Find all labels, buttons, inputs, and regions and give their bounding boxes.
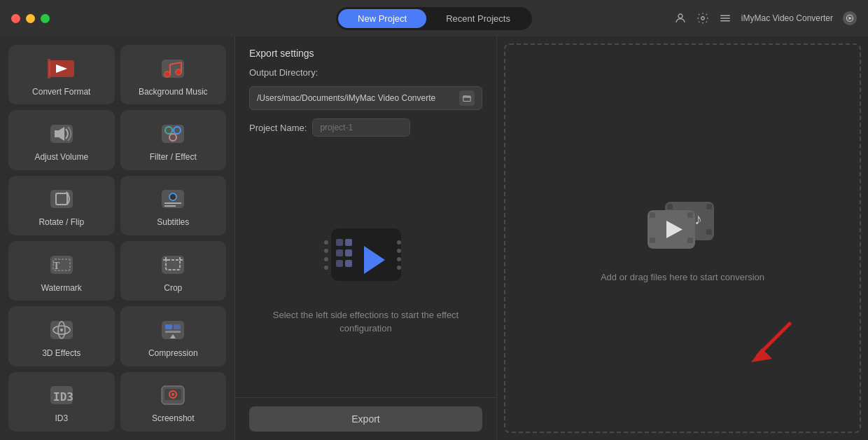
svg-point-65 — [397, 266, 401, 270]
svg-point-28 — [169, 193, 176, 200]
titlebar: New Project Recent Projects iMyMac Video… — [0, 0, 868, 36]
sidebar-item-subtitles[interactable]: Subtitles — [120, 176, 227, 235]
minimize-button[interactable] — [26, 14, 35, 23]
svg-rect-72 — [706, 204, 712, 209]
output-directory-row: Output Directory: — [249, 67, 482, 78]
svg-point-64 — [397, 257, 401, 261]
output-directory-label: Output Directory: — [249, 67, 318, 78]
svg-marker-83 — [751, 348, 772, 362]
svg-text:ID3: ID3 — [53, 390, 74, 404]
filter-effect-icon — [156, 120, 190, 148]
app-icon — [843, 11, 857, 25]
subtitles-icon — [156, 185, 190, 213]
svg-point-67 — [324, 249, 328, 253]
main-layout: Convert FormatBackground MusicAdjust Vol… — [0, 36, 868, 440]
sidebar-item-screenshot[interactable]: Screenshot — [120, 372, 227, 432]
sidebar-item-rotate-flip[interactable]: Rotate / Flip — [8, 176, 115, 235]
svg-point-1 — [701, 17, 705, 20]
output-directory-field[interactable]: /Users/mac/Documents/iMyMac Video Conver… — [249, 86, 482, 110]
3d-effects-label: 3D Effects — [42, 348, 80, 358]
svg-rect-43 — [165, 324, 172, 329]
watermark-icon: T — [45, 251, 78, 279]
effect-preview: Select the left side effections to start… — [235, 152, 496, 397]
titlebar-right: iMyMac Video Converter — [674, 11, 857, 25]
compression-icon — [156, 316, 190, 344]
sidebar-item-background-music[interactable]: Background Music — [120, 45, 227, 104]
sidebar-item-compression[interactable]: Compression — [120, 306, 227, 366]
svg-point-52 — [172, 393, 174, 396]
id3-icon: ID3 — [45, 381, 78, 409]
effect-icon-area — [321, 214, 412, 294]
svg-point-12 — [176, 69, 181, 75]
menu-icon[interactable] — [719, 12, 732, 25]
tab-new-project[interactable]: New Project — [338, 9, 426, 28]
svg-rect-78 — [650, 238, 655, 243]
subtitles-label: Subtitles — [157, 217, 189, 227]
svg-point-66 — [324, 240, 328, 245]
tab-switcher: New Project Recent Projects — [336, 7, 532, 30]
export-button[interactable]: Export — [249, 406, 482, 432]
sidebar-item-filter-effect[interactable]: Filter / Effect — [120, 110, 227, 170]
svg-rect-9 — [48, 59, 50, 78]
svg-point-69 — [324, 266, 328, 270]
screenshot-icon — [156, 381, 190, 409]
svg-rect-32 — [162, 256, 184, 274]
svg-rect-71 — [667, 204, 673, 209]
svg-point-11 — [164, 71, 170, 77]
sidebar-item-id3[interactable]: ID3ID3 — [8, 372, 115, 432]
drop-icon-area: ♪ — [644, 195, 721, 261]
project-name-label: Project Name: — [249, 123, 307, 133]
svg-point-63 — [397, 249, 401, 253]
sidebar-item-convert-format[interactable]: Convert Format — [8, 45, 115, 104]
effect-instruction-text: Select the left side effections to start… — [249, 308, 482, 336]
svg-rect-59 — [345, 239, 352, 246]
svg-rect-57 — [336, 249, 343, 256]
tab-recent-projects[interactable]: Recent Projects — [426, 9, 530, 28]
sidebar-item-watermark[interactable]: TWatermark — [8, 241, 115, 301]
svg-point-41 — [60, 329, 63, 331]
3d-effects-icon — [45, 316, 78, 344]
filter-effect-label: Filter / Effect — [150, 152, 197, 162]
compression-label: Compression — [148, 348, 198, 358]
close-button[interactable] — [11, 14, 20, 23]
browse-folder-button[interactable] — [459, 90, 475, 106]
svg-rect-61 — [345, 260, 352, 267]
convert-format-icon — [45, 55, 78, 83]
svg-text:T: T — [53, 261, 60, 271]
svg-point-0 — [678, 14, 682, 18]
svg-rect-74 — [706, 229, 712, 235]
project-name-input[interactable] — [312, 118, 410, 137]
sidebar: Convert FormatBackground MusicAdjust Vol… — [0, 36, 234, 440]
traffic-lights — [11, 14, 50, 23]
export-settings: Export settings Output Directory: /Users… — [235, 36, 496, 152]
svg-rect-77 — [687, 212, 693, 218]
app-name-label: iMyMac Video Converter — [741, 13, 833, 23]
watermark-label: Watermark — [41, 283, 82, 293]
svg-rect-60 — [345, 249, 352, 256]
svg-text:♪: ♪ — [694, 210, 702, 228]
svg-point-68 — [324, 257, 328, 261]
svg-rect-44 — [174, 324, 181, 329]
svg-rect-45 — [165, 331, 181, 333]
sidebar-item-crop[interactable]: Crop — [120, 241, 227, 301]
maximize-button[interactable] — [41, 14, 50, 23]
rotate-flip-icon — [45, 185, 78, 213]
settings-icon[interactable] — [696, 12, 709, 25]
effect-preview-icon — [321, 214, 412, 291]
sidebar-item-3d-effects[interactable]: 3D Effects — [8, 306, 115, 366]
project-name-row: Project Name: — [249, 118, 482, 137]
rotate-flip-label: Rotate / Flip — [38, 217, 84, 227]
adjust-volume-label: Adjust Volume — [34, 152, 88, 162]
drop-arrow — [741, 310, 804, 376]
background-music-icon — [156, 55, 190, 83]
sidebar-item-adjust-volume[interactable]: Adjust Volume — [8, 110, 115, 170]
svg-rect-56 — [336, 239, 343, 246]
right-panel[interactable]: ♪ Add or drag files here to start conver… — [504, 43, 861, 433]
background-music-label: Background Music — [139, 87, 208, 97]
adjust-volume-icon — [45, 120, 78, 148]
id3-label: ID3 — [55, 413, 68, 423]
crop-icon — [156, 251, 190, 279]
account-icon[interactable] — [674, 12, 687, 25]
svg-rect-58 — [336, 260, 343, 267]
crop-label: Crop — [164, 283, 182, 293]
